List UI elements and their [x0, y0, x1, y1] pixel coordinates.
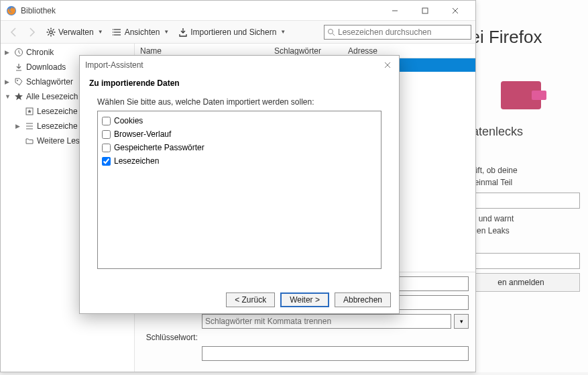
detail-keyword-field[interactable] [202, 346, 469, 361]
back-button[interactable]: < Zurück [226, 292, 275, 307]
checkbox[interactable] [102, 144, 111, 152]
col-addr[interactable]: Adresse [343, 46, 475, 56]
monitor-tile-icon [501, 81, 541, 109]
chevron-right-icon: ▶ [5, 78, 11, 85]
checkbox[interactable] [102, 117, 111, 125]
wizard-close-button[interactable] [381, 62, 394, 68]
option-bookmarks[interactable]: Lesezeichen [102, 154, 377, 168]
star-icon [13, 92, 24, 101]
tags-dropdown-button[interactable]: ▾ [454, 314, 469, 329]
gear-icon [46, 28, 56, 37]
detail-tags-field[interactable] [202, 314, 451, 329]
sidebar-item-label: Alle Lesezeich [26, 92, 78, 101]
option-history[interactable]: Browser-Verlauf [102, 127, 377, 141]
wizard-titlebar: Import-Assistent [80, 56, 399, 74]
folder-icon [24, 136, 35, 146]
svg-line-12 [53, 29, 54, 30]
sidebar-item-label: Lesezeiche [37, 121, 78, 131]
email-field[interactable] [462, 193, 580, 209]
keyword-label: Schlüsselwort: [141, 333, 202, 342]
minimize-button[interactable] [379, 1, 410, 21]
wizard-heading: Zu importierende Daten [89, 78, 180, 88]
svg-line-13 [48, 34, 49, 35]
search-input[interactable] [324, 25, 471, 40]
checkbox[interactable] [102, 157, 111, 166]
list-icon [113, 28, 122, 37]
svg-line-21 [333, 34, 335, 36]
wizard-footer: < Zurück Weiter > Abbrechen [80, 286, 399, 313]
sidebar-item-label: Weitere Les [37, 136, 80, 146]
sidebar-item-label: Schlagwörter [26, 77, 73, 87]
chevron-right-icon: ▶ [5, 49, 11, 56]
chevron-down-icon: ▾ [460, 318, 463, 325]
option-label: Gespeicherte Passwörter [114, 143, 204, 152]
bookmark-menu-icon [24, 121, 35, 131]
close-button[interactable] [440, 1, 470, 21]
window-title: Bibliothek [21, 6, 379, 15]
import-menu[interactable]: Importieren und Sichern▼ [174, 25, 290, 39]
svg-point-19 [113, 34, 113, 36]
option-label: Lesezeichen [114, 156, 159, 166]
import-wizard-dialog: Import-Assistent Zu importierende Daten … [79, 55, 400, 314]
option-label: Browser-Verlauf [114, 129, 171, 139]
svg-point-20 [329, 29, 333, 34]
bookmark-toolbar-icon [24, 107, 35, 116]
wizard-body: Wählen Sie bitte aus, welche Daten impor… [80, 95, 399, 286]
svg-line-10 [48, 29, 49, 30]
titlebar: Bibliothek [1, 1, 475, 21]
sidebar-item-label: Downloads [26, 62, 66, 72]
option-cookies[interactable]: Cookies [102, 114, 377, 127]
clock-icon [13, 48, 24, 57]
firefox-icon [6, 5, 17, 16]
wizard-title: Import-Assistent [85, 60, 143, 70]
organize-menu[interactable]: Verwalten▼ [42, 25, 107, 39]
nav-back-button[interactable] [5, 23, 22, 41]
svg-rect-2 [422, 8, 428, 13]
signin-button[interactable]: en anmelden [462, 273, 580, 292]
svg-line-11 [53, 34, 54, 35]
svg-point-17 [113, 29, 113, 30]
sidebar-item-label: Chronik [26, 48, 54, 57]
col-name[interactable]: Name [135, 46, 269, 56]
svg-point-18 [113, 32, 113, 33]
views-menu[interactable]: Ansichten▼ [109, 25, 174, 39]
checkbox[interactable] [102, 130, 111, 139]
wizard-instruction: Wählen Sie bitte aus, welche Daten impor… [97, 97, 381, 107]
svg-point-23 [17, 80, 18, 81]
toolbar: Verwalten▼ Ansichten▼ Importieren und Si… [1, 21, 475, 44]
maximize-button[interactable] [410, 1, 440, 21]
import-options-list: Cookies Browser-Verlauf Gespeicherte Pas… [97, 111, 381, 269]
option-label: Cookies [114, 116, 143, 125]
chevron-down-icon: ▼ [5, 93, 11, 100]
search-field[interactable] [338, 28, 468, 37]
cancel-button[interactable]: Abbrechen [335, 292, 391, 307]
option-passwords[interactable]: Gespeicherte Passwörter [102, 141, 377, 154]
import-icon [178, 28, 188, 37]
tag-icon [13, 77, 24, 87]
svg-point-5 [50, 30, 52, 33]
nav-forward-button[interactable] [23, 23, 41, 41]
col-tags[interactable]: Schlagwörter [269, 46, 343, 56]
wizard-header: Zu importierende Daten [80, 74, 399, 95]
chevron-right-icon: ▶ [15, 123, 22, 129]
sidebar-item-label: Lesezeiche [37, 107, 78, 116]
download-icon [13, 62, 24, 72]
search-icon [327, 28, 335, 36]
next-button[interactable]: Weiter > [280, 292, 329, 307]
field-2[interactable] [462, 253, 580, 269]
